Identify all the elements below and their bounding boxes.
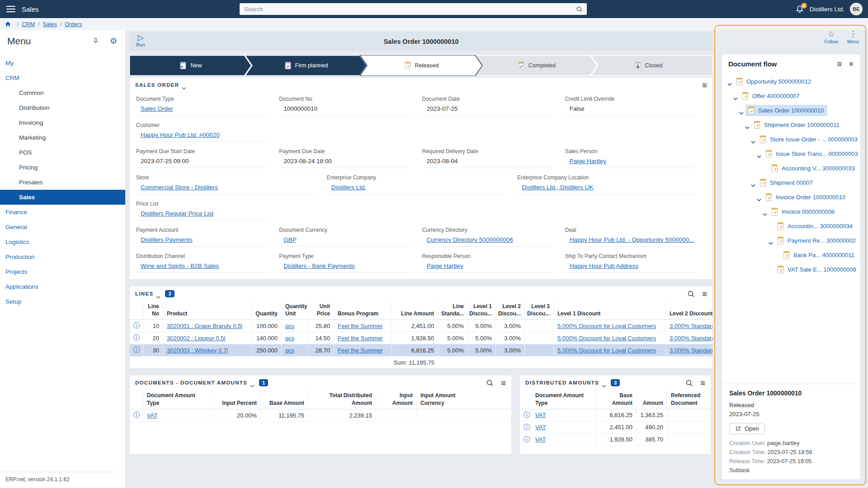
tree-node-store-issue-order-000000003[interactable]: Store Issue Order - ... 000000003 (727, 132, 858, 146)
tree-node-pill[interactable]: Store Issue Order - ... 000000003 (757, 134, 861, 145)
tree-node-offer-4000000007[interactable]: Offer 4000000007 (727, 89, 858, 103)
workflow-stage-completed[interactable]: Completed (475, 55, 598, 76)
cell-link[interactable]: VAT (147, 412, 157, 419)
tree-chevron-icon[interactable] (739, 108, 744, 112)
sidebar-item-sales[interactable]: Sales (0, 190, 125, 205)
info-icon[interactable]: ⓘ (524, 436, 530, 444)
tree-node-issue-store-trans-000000003[interactable]: Issue Store Trans... 000000003 (727, 146, 858, 161)
sidebar-item-projects[interactable]: Projects (0, 264, 125, 279)
table-row[interactable]: ⓘ303020003 : Whiskey 0.7l250.000pcs28.70… (130, 344, 712, 357)
tree-chevron-icon[interactable] (751, 137, 756, 141)
chevron-down-icon[interactable] (602, 381, 606, 385)
sidebar-item-pricing[interactable]: Pricing (0, 160, 125, 175)
info-icon[interactable]: ⓘ (524, 423, 530, 432)
sidebar-item-presales[interactable]: Presales (0, 175, 125, 190)
field-value-link[interactable]: Happy Hour Pub Ltd. #00020 (141, 131, 220, 138)
workflow-stage-released[interactable]: Released (360, 55, 482, 76)
info-icon[interactable]: ⓘ (133, 346, 140, 354)
tree-node-accounting-v-3000000033[interactable]: Accounting V... 3000000033 (727, 161, 858, 175)
chevron-down-icon[interactable] (182, 84, 186, 87)
tree-node-pill[interactable]: Accountin... 3000000034 (775, 221, 856, 232)
cell-link[interactable]: pcs (285, 323, 294, 329)
info-icon[interactable]: ⓘ (524, 411, 530, 419)
cell-link[interactable]: VAT (535, 436, 546, 443)
table-row[interactable]: ⓘVAT6,816.251,363.25 (520, 409, 711, 422)
tree-node-opportunity-5000000012[interactable]: Opportunity 5000000012 (727, 74, 858, 89)
workflow-stage-closed[interactable]: Closed (590, 55, 706, 76)
field-value-link[interactable]: Distillers Ltd., Distillers UK (522, 184, 593, 191)
sidebar-item-setup[interactable]: Setup (0, 294, 125, 309)
tree-node-pill[interactable]: Opportunity 5000000012 (734, 76, 815, 87)
cell-link[interactable]: 3.000% Standard Disc (670, 323, 712, 329)
tree-node-pill[interactable]: Issue Store Trans... 000000003 (763, 148, 861, 160)
info-icon[interactable]: ⓘ (133, 322, 140, 330)
cell-link[interactable]: 5.000% Discount for Loyal Customers (557, 323, 656, 329)
cell-link[interactable]: 3020001 : Grape Brandy 0.5l (167, 323, 242, 329)
info-icon[interactable]: ⓘ (133, 411, 140, 419)
sidebar-item-applications[interactable]: Applications (0, 279, 125, 294)
card-menu-icon[interactable]: ≡ (702, 81, 707, 89)
field-value-link[interactable]: Sales Order (141, 105, 173, 112)
tree-chevron-icon[interactable] (769, 239, 774, 242)
table-search-icon[interactable] (486, 379, 494, 387)
sidebar-item-production[interactable]: Production (0, 249, 125, 264)
sales-order-section-title[interactable]: SALES ORDER (135, 82, 179, 88)
tree-node-bank-pa-4000000011[interactable]: Bank Pa... 4000000011 (727, 248, 858, 262)
tree-node-pill[interactable]: VAT Sale E... 1000000008 (775, 264, 860, 275)
avatar[interactable]: BE (850, 3, 863, 15)
chevron-down-icon[interactable] (156, 292, 160, 296)
field-value-link[interactable]: GBP (283, 236, 297, 243)
lines-section-title[interactable]: LINES (135, 291, 153, 296)
tree-node-pill[interactable]: Shipment 00007 (757, 177, 816, 188)
table-row[interactable]: ⓘVAT20.00%11,195.752,239.15 (130, 409, 511, 422)
cell-link[interactable]: VAT (535, 412, 546, 418)
open-button[interactable]: Open (729, 423, 765, 434)
sidebar-item-logistics[interactable]: Logistics (0, 235, 125, 249)
tree-node-accountin-3000000034[interactable]: Accountin... 3000000034 (727, 219, 858, 233)
sidebar-item-crm[interactable]: CRM (0, 70, 125, 85)
tree-node-pill[interactable]: Invoice Order 1000000010 (763, 192, 849, 203)
tree-node-pill[interactable]: Offer 4000000007 (740, 90, 803, 102)
search-icon[interactable] (576, 6, 583, 13)
sidebar-item-pos[interactable]: POS (0, 145, 125, 160)
tree-chevron-icon[interactable] (745, 123, 750, 127)
table-search-icon[interactable] (687, 290, 695, 298)
hamburger-menu-icon[interactable] (6, 6, 15, 12)
sidebar-item-invoicing[interactable]: Invoicing (0, 115, 125, 130)
cell-link[interactable]: VAT (535, 424, 546, 431)
table-row[interactable]: ⓘVAT1,928.50385.70 (520, 434, 711, 446)
tree-node-pill[interactable]: Bank Pa... 4000000011 (781, 249, 858, 261)
sidebar-item-general[interactable]: General (0, 220, 125, 235)
card-menu-icon[interactable]: ≡ (501, 379, 506, 387)
sidebar-item-finance[interactable]: Finance (0, 205, 125, 220)
tree-chevron-icon[interactable] (733, 94, 738, 98)
field-value-link[interactable]: Currency Directory 5000000006 (427, 236, 513, 243)
cell-link[interactable]: 5.000% Discount for Loyal Customers (557, 335, 656, 342)
field-value-link[interactable]: Happy Hour Pub Ltd. - Opportunity 500000… (570, 236, 694, 243)
pin-icon[interactable] (92, 37, 100, 45)
cell-link[interactable]: 3.000% Standard Disc (670, 335, 712, 342)
sidebar-item-my[interactable]: My (0, 56, 125, 70)
tree-node-pill[interactable]: Sales Order 1000000010 (745, 105, 827, 116)
distributed-amounts-section-title[interactable]: DISTRIBUTED AMOUNTS (525, 380, 599, 385)
field-value-link[interactable]: Paige Hartley (570, 158, 606, 164)
tree-chevron-icon[interactable] (757, 152, 762, 155)
cell-link[interactable]: 3.000% Standard Disc (670, 347, 712, 354)
workflow-stage-new[interactable]: New (129, 55, 252, 76)
sidebar-item-marketing[interactable]: Marketing (0, 130, 125, 145)
tree-node-pill[interactable]: Payment Re... 300000002 (775, 235, 859, 246)
sidebar-item-distribution[interactable]: Distribution (0, 100, 125, 115)
tree-node-vat-sale-e-1000000008[interactable]: VAT Sale E... 1000000008 (727, 262, 858, 277)
tree-node-pill[interactable]: Invoice 0000000008 (769, 206, 838, 217)
card-menu-icon[interactable]: ≡ (700, 379, 705, 387)
field-value-link[interactable]: Distillers - Bank Payments (283, 263, 355, 269)
table-row[interactable]: ⓘVAT2,451.00490.20 (520, 422, 711, 434)
cell-link[interactable]: Feel the Summer (338, 335, 383, 342)
tree-node-shipment-00007[interactable]: Shipment 00007 (727, 175, 858, 190)
search-input[interactable] (240, 6, 576, 13)
tree-chevron-icon[interactable] (757, 195, 762, 199)
sidebar-item-common[interactable]: Common (0, 85, 125, 100)
cell-link[interactable]: pcs (285, 335, 294, 342)
document-amounts-section-title[interactable]: DOCUMENTS - DOCUMENT AMOUNTS (135, 380, 247, 385)
table-row[interactable]: ⓘ203020002 : Liqueur 0.5l140.000pcs14.50… (130, 332, 712, 344)
